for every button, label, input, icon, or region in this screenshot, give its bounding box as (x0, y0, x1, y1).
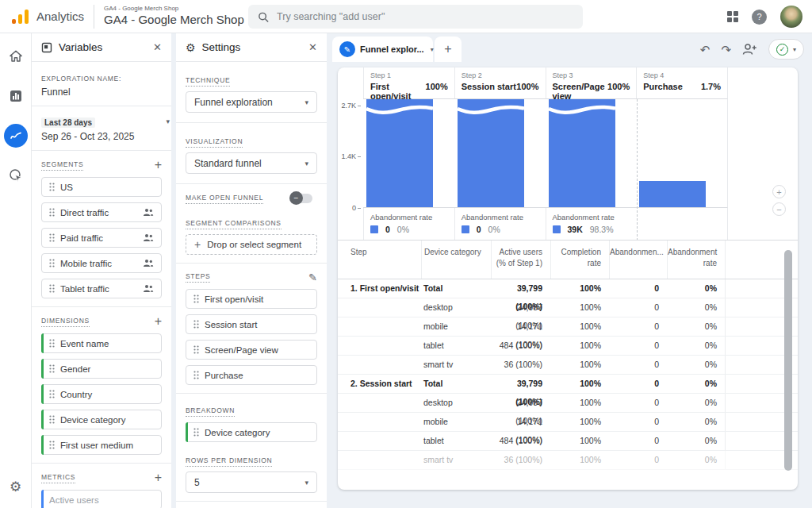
drag-handle-icon[interactable] (49, 415, 55, 424)
abandonment-rate: 0% (397, 225, 409, 234)
table-row: smart tv 36 (100%) 100% 0 0% (338, 356, 798, 375)
dimension-chip-label: Country (60, 390, 92, 399)
funnel-bar[interactable] (639, 181, 706, 207)
apps-grid-icon[interactable] (727, 11, 738, 22)
segment-chip[interactable]: Direct traffic (41, 202, 162, 222)
cell-abandonments: 0 (609, 451, 667, 469)
people-icon (143, 284, 154, 293)
help-icon[interactable]: ? (752, 10, 767, 25)
cell-device-category: desktop (421, 394, 491, 412)
funnel-step-chip[interactable]: Purchase (186, 365, 317, 385)
analytics-logo[interactable]: Analytics (0, 9, 84, 25)
visualization-select[interactable]: Standard funnel ▾ (186, 152, 317, 174)
table-row: tablet 484 (100%) 100% 0 0% (338, 432, 798, 451)
funnel-step-chip[interactable]: First open/visit (186, 289, 317, 309)
breakdown-chip[interactable]: Device category (186, 422, 317, 442)
funnel-step-chip-label: Purchase (205, 371, 243, 380)
date-range-selector[interactable]: Last 28 days Sep 26 - Oct 23, 2025 ▾ (32, 106, 171, 151)
nav-home-icon[interactable] (4, 44, 28, 68)
zoom-in-icon[interactable]: + (772, 185, 786, 198)
nav-explore-icon[interactable] (4, 124, 28, 148)
rows-per-dimension-select[interactable]: 5 ▾ (186, 471, 317, 493)
drag-handle-icon[interactable] (193, 320, 199, 329)
nav-reports-icon[interactable] (4, 84, 28, 108)
table-scrollbar-thumb[interactable] (784, 250, 792, 471)
technique-select[interactable]: Funnel exploration ▾ (186, 91, 317, 113)
settings-title: Settings (202, 41, 241, 53)
undo-icon[interactable]: ↶ (700, 44, 710, 56)
segment-chip[interactable]: US (41, 177, 162, 197)
segment-chip-label: Paid traffic (60, 233, 103, 243)
metrics-label: METRICS (41, 473, 75, 483)
funnel-bar[interactable] (549, 99, 615, 207)
open-funnel-section: MAKE OPEN FUNNEL − SEGMENT COMPARISONS +… (176, 184, 327, 264)
edit-steps-icon[interactable]: ✎ (308, 271, 317, 283)
redo-icon[interactable]: ↷ (721, 44, 731, 56)
drop-segment-target[interactable]: + Drop or select segment (186, 234, 317, 255)
global-search[interactable] (248, 5, 583, 29)
drag-handle-icon[interactable] (193, 345, 199, 354)
plus-icon: + (194, 238, 201, 251)
elapsed-time-section: SHOW ELAPSED TIME − (176, 502, 327, 508)
y-tick: 1.4K (341, 152, 361, 160)
cell-completion-rate: 100% (550, 337, 609, 355)
drag-handle-icon[interactable] (49, 183, 55, 191)
tab-funnel-exploration[interactable]: ✎ Funnel explor... ▾ (332, 37, 433, 62)
drag-handle-icon[interactable] (49, 364, 55, 373)
make-open-funnel-toggle[interactable]: − (290, 194, 312, 203)
segment-chip[interactable]: Mobile traffic (41, 253, 162, 273)
drag-handle-icon[interactable] (49, 259, 55, 267)
visualization-section: VISUALIZATION Standard funnel ▾ (176, 123, 327, 184)
dimension-chip[interactable]: Device category (41, 410, 162, 429)
drag-handle-icon[interactable] (49, 441, 55, 449)
drag-handle-icon[interactable] (49, 233, 55, 242)
cell-completion-rate: 100% (550, 318, 609, 336)
chevron-down-icon: ▾ (166, 117, 170, 125)
funnel-step-chip-label: Screen/Page view (205, 345, 278, 355)
drag-handle-icon[interactable] (193, 371, 199, 379)
drag-handle-icon[interactable] (49, 208, 55, 217)
metric-chip[interactable]: Active users (41, 490, 162, 508)
dimension-chip[interactable]: First user medium (41, 435, 162, 455)
dimension-chip[interactable]: Event name (41, 333, 162, 353)
close-settings-icon[interactable]: ✕ (308, 41, 317, 53)
date-preset-badge: Last 28 days (41, 117, 95, 128)
nav-admin-gear-icon[interactable]: ⚙ (4, 475, 28, 498)
exploration-name-value[interactable]: Funnel (41, 87, 162, 98)
saved-status-button[interactable]: ✓ ▾ (768, 39, 804, 60)
add-tab-button[interactable]: + (435, 37, 462, 62)
share-add-user-icon[interactable] (742, 43, 757, 56)
drag-handle-icon[interactable] (49, 339, 55, 348)
people-icon (143, 233, 154, 242)
drag-handle-icon[interactable] (49, 390, 55, 398)
nav-advertising-icon[interactable] (4, 164, 28, 187)
add-metric-icon[interactable]: + (155, 471, 162, 484)
funnel-bar[interactable] (458, 99, 524, 207)
drag-handle-icon[interactable] (193, 294, 199, 303)
dimension-chip-label: Event name (60, 339, 109, 348)
add-dimension-icon[interactable]: + (155, 315, 162, 328)
property-switcher[interactable]: GA4 - Google Merch Shop GA4 - Google Mer… (104, 5, 244, 28)
cell-active-users: 14,171 (100%) (491, 318, 550, 336)
add-segment-icon[interactable]: + (155, 159, 162, 171)
close-variables-icon[interactable]: ✕ (153, 41, 162, 53)
zoom-out-icon[interactable]: − (772, 202, 786, 216)
drag-handle-icon[interactable] (193, 428, 199, 437)
drag-handle-icon[interactable] (49, 284, 55, 293)
funnel-card: Step 1 First open/visit 100% Step 2 Sess… (338, 67, 798, 490)
search-input[interactable] (277, 11, 573, 22)
column-header: Device category (421, 241, 491, 279)
funnel-step-header: Step 2 Session start 100% (454, 67, 546, 98)
chevron-down-icon[interactable]: ▾ (431, 46, 434, 53)
segment-chip[interactable]: Paid traffic (41, 228, 162, 248)
cell-completion-rate: 100% (550, 413, 609, 431)
segment-chip[interactable]: Tablet traffic (41, 279, 162, 298)
dimension-chip[interactable]: Country (41, 384, 162, 404)
avatar[interactable] (780, 6, 802, 28)
funnel-step-chip[interactable]: Session start (186, 314, 317, 334)
cell-active-users: 484 (100%) (491, 432, 550, 450)
funnel-step-chip[interactable]: Screen/Page view (186, 340, 317, 360)
dimension-chip[interactable]: Gender (41, 359, 162, 379)
table-row: tablet 484 (100%) 100% 0 0% (338, 337, 798, 356)
funnel-bar[interactable] (366, 99, 433, 207)
